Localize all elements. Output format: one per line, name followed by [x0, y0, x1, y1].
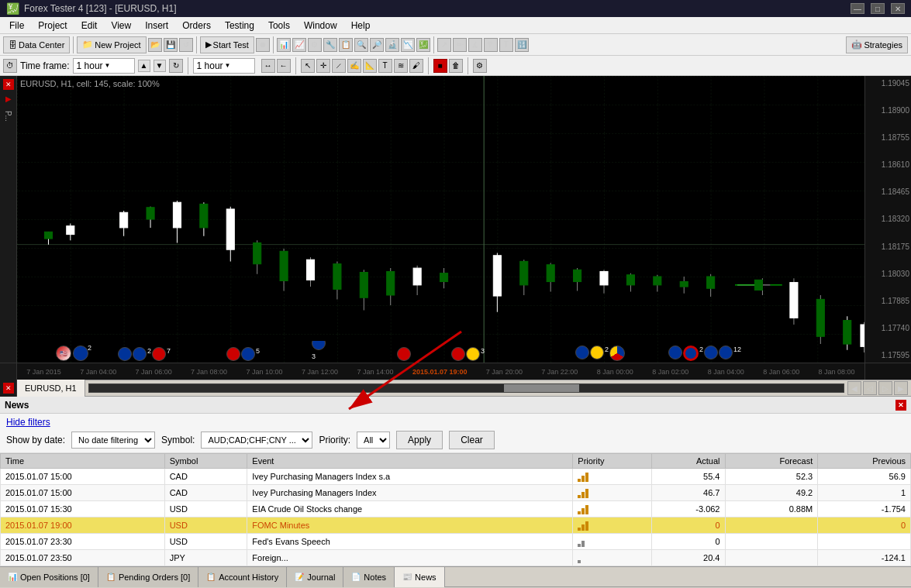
timeframe-select-2[interactable]: 1 hour ▼ [193, 58, 255, 74]
tf-refresh-icon[interactable]: ↻ [169, 59, 183, 73]
line-icon[interactable]: ⟋ [332, 59, 346, 73]
tool-icon-7[interactable]: 🔎 [370, 38, 384, 52]
chart-scrollbar-thumb[interactable] [504, 384, 579, 392]
menu-tools[interactable]: Tools [262, 19, 296, 33]
menu-help[interactable]: Help [345, 19, 377, 33]
timeframe-select-1[interactable]: 1 hour ▼ [73, 58, 135, 74]
start-test-button[interactable]: ▶ Start Test [200, 36, 254, 53]
tab-open-positions[interactable]: 📊 Open Positions [0] [0, 567, 98, 587]
chart-tool-1[interactable]: ↗ [437, 38, 451, 52]
tool-icon-8[interactable]: 🔬 [385, 38, 399, 52]
tf-up-button[interactable]: ▲ [138, 60, 150, 72]
menu-window[interactable]: Window [298, 19, 343, 33]
price-axis: 1.19045 1.18900 1.18755 1.18610 1.18465 … [864, 76, 911, 363]
trend-icon[interactable]: 📐 [363, 59, 377, 73]
data-center-button[interactable]: 🗄 Data Center [3, 36, 70, 53]
news-close-button[interactable]: ✕ [895, 400, 906, 411]
symbol-filter-select[interactable]: AUD;CAD;CHF;CNY ... [201, 432, 312, 449]
row-event: Ivey Purchasing Managers Index s.a [247, 469, 573, 485]
fib-icon[interactable]: ≋ [394, 59, 408, 73]
tool-icon-3[interactable]: ⚙ [308, 38, 322, 52]
table-row[interactable]: 2015.01.07 23:30 USD Fed's Evans Speech … [1, 534, 911, 550]
hide-filters-link[interactable]: Hide filters [6, 417, 50, 428]
chart-tool-3[interactable]: ∡ [468, 38, 482, 52]
record-icon[interactable]: ⏺ [256, 38, 270, 52]
row-previous: -1.754 [818, 501, 911, 518]
pbar-3 [585, 489, 588, 498]
clear-button[interactable]: Clear [449, 431, 495, 449]
open-icon[interactable]: 📂 [148, 38, 162, 52]
chart-tool-2[interactable]: ✏ [453, 38, 467, 52]
tab-news[interactable]: 📰 News [395, 567, 445, 587]
panel-indicator[interactable]: ▶ [5, 95, 12, 103]
cursor-icon[interactable]: ↖ [301, 59, 315, 73]
date-filter-select[interactable]: No date filtering [71, 432, 155, 449]
tool-icon-1[interactable]: 📊 [277, 38, 291, 52]
table-row[interactable]: 2015.01.07 15:30 USD EIA Crude Oil Stock… [1, 501, 911, 518]
chart-tool-6[interactable]: 🔢 [515, 38, 529, 52]
scroll-right-button[interactable]: ▶ [894, 381, 908, 395]
menu-project[interactable]: Project [32, 19, 73, 33]
apply-button[interactable]: Apply [396, 431, 443, 449]
menu-testing[interactable]: Testing [219, 19, 261, 33]
scroll-next-button[interactable]: ▷ [878, 381, 892, 395]
tab-journal[interactable]: 📝 Journal [287, 567, 343, 587]
settings-icon[interactable]: ⚙ [473, 59, 487, 73]
brush-icon[interactable]: 🖌 [409, 59, 423, 73]
nav-icon-1[interactable]: ↔ [261, 59, 275, 73]
toolbar-sep2 [196, 36, 197, 53]
tool-icon-4[interactable]: 🔧 [323, 38, 337, 52]
tool-icon-2[interactable]: 📈 [292, 38, 306, 52]
tool-icon-6[interactable]: 🔍 [354, 38, 368, 52]
tool-icon-10[interactable]: 💹 [416, 38, 430, 52]
chart-close-button[interactable]: ✕ [3, 79, 14, 90]
menu-insert[interactable]: Insert [139, 19, 174, 33]
tab-pending-orders[interactable]: 📋 Pending Orders [0] [98, 567, 198, 587]
time-7: 2015.01.07 19:00 [412, 368, 468, 376]
tab-account-history[interactable]: 📋 Account History [198, 567, 287, 587]
color-icon[interactable]: ■ [433, 59, 447, 73]
maximize-button[interactable]: □ [871, 3, 885, 14]
table-row-highlighted[interactable]: 2015.01.07 19:00 USD FOMC Minutes 0 0 [1, 518, 911, 534]
tool-icon-9[interactable]: 📉 [401, 38, 415, 52]
svg-rect-45 [626, 275, 634, 285]
chart-tab-close[interactable]: ✕ [3, 383, 14, 394]
scroll-left-button[interactable]: ◀ [847, 381, 861, 395]
tf-sep3 [428, 57, 429, 74]
text-icon[interactable]: T [378, 59, 392, 73]
priority-filter-select[interactable]: All [357, 432, 390, 449]
menu-file[interactable]: File [3, 19, 30, 33]
menu-view[interactable]: View [105, 19, 137, 33]
refresh-icon[interactable]: ↺ [179, 38, 193, 52]
table-row[interactable]: 2015.01.07 23:50 JPY Foreign... 20.4 -12… [1, 550, 911, 566]
tf-icon[interactable]: ⏱ [3, 59, 17, 73]
close-button[interactable]: ✕ [891, 3, 905, 14]
menu-edit[interactable]: Edit [75, 19, 104, 33]
news-panel-header: News ✕ [0, 397, 911, 414]
strategies-button[interactable]: 🤖 Strategies [846, 36, 908, 53]
save-icon[interactable]: 💾 [164, 38, 178, 52]
table-row[interactable]: 2015.01.07 15:00 CAD Ivey Purchasing Man… [1, 485, 911, 501]
tab-notes[interactable]: 📄 Notes [343, 567, 395, 587]
news-table-container[interactable]: Time Symbol Event Priority Actual Foreca… [0, 453, 911, 566]
nav-icon-2[interactable]: ← [277, 59, 291, 73]
tf-down-button[interactable]: ▼ [154, 60, 166, 72]
delete-icon[interactable]: 🗑 [449, 59, 463, 73]
chart-tool-4[interactable]: 〒 [484, 38, 498, 52]
chart-tab[interactable]: EURUSD, H1 [17, 380, 85, 397]
chart-tool-5[interactable]: T [499, 38, 513, 52]
scroll-prev-button[interactable]: ◁ [863, 381, 877, 395]
chart-main[interactable]: EURUSD, H1, cell: 145, scale: 100% [17, 76, 864, 363]
tool-icon-5[interactable]: 📋 [339, 38, 353, 52]
minimize-button[interactable]: — [851, 3, 864, 14]
time-8: 7 Jan 20:00 [486, 368, 523, 376]
row-actual: 55.4 [651, 469, 725, 485]
draw-icon[interactable]: ✍ [347, 59, 361, 73]
crosshair-icon[interactable]: ✛ [316, 59, 330, 73]
new-project-button[interactable]: 📁 New Project [77, 36, 146, 53]
table-row[interactable]: 2015.01.07 15:00 CAD Ivey Purchasing Man… [1, 469, 911, 485]
pbar-3 [585, 473, 588, 482]
pbar-1 [578, 544, 581, 547]
menu-orders[interactable]: Orders [176, 19, 217, 33]
candlestick-chart[interactable] [17, 76, 864, 363]
